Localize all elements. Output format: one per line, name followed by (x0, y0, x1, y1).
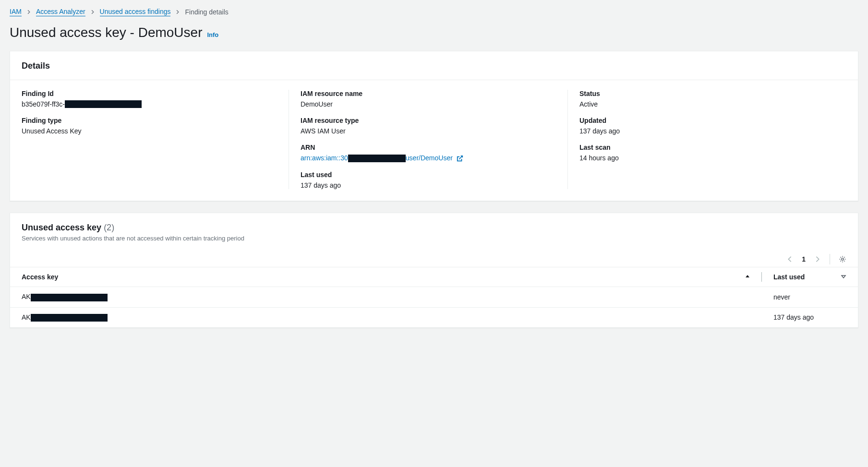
finding-type-label: Finding type (22, 117, 277, 124)
col-last-used[interactable]: Last used (762, 267, 858, 287)
sort-asc-icon (745, 273, 750, 281)
status-value: Active (579, 100, 835, 108)
finding-id-value: b35e079f-ff3c- (22, 100, 277, 108)
sort-icon (841, 273, 846, 281)
updated-value: 137 days ago (579, 127, 835, 135)
access-keys-count: (2) (104, 223, 114, 232)
chevron-right-icon (175, 8, 180, 16)
finding-id-label: Finding Id (22, 90, 277, 97)
last-scan-value: 14 hours ago (579, 154, 835, 162)
access-key-cell: AK (10, 287, 762, 307)
breadcrumb: IAM Access Analyzer Unused access findin… (10, 8, 858, 16)
access-keys-subtitle: Services with unused actions that are no… (22, 235, 846, 242)
breadcrumb-current: Finding details (185, 8, 228, 16)
redacted-block (31, 314, 108, 322)
prev-page-button[interactable] (784, 254, 795, 264)
details-heading: Details (22, 61, 846, 71)
arn-value: arn:aws:iam::30user/DemoUser (301, 154, 556, 162)
page-title: Unused access key - DemoUser Info (10, 25, 858, 40)
redacted-block (65, 100, 142, 108)
details-panel: Details Finding Id b35e079f-ff3c- Findin… (10, 51, 858, 201)
iam-resource-name-value: DemoUser (301, 100, 556, 108)
chevron-right-icon (26, 8, 31, 16)
external-link-icon[interactable] (457, 155, 463, 162)
redacted-block (348, 155, 406, 162)
status-label: Status (579, 90, 835, 97)
chevron-right-icon (90, 8, 95, 16)
info-link[interactable]: Info (207, 31, 218, 38)
access-keys-heading: Unused access key (2) (22, 223, 846, 233)
last-used-cell: 137 days ago (762, 307, 858, 327)
table-row: AK 137 days ago (10, 307, 858, 327)
access-keys-table: Access key Last used (10, 267, 858, 327)
updated-label: Updated (579, 117, 835, 124)
arn-label: ARN (301, 144, 556, 151)
toolbar-divider (830, 254, 830, 264)
iam-resource-type-label: IAM resource type (301, 117, 556, 124)
last-scan-label: Last scan (579, 144, 835, 151)
table-toolbar: 1 (10, 251, 858, 267)
svg-point-0 (842, 258, 844, 260)
redacted-block (31, 294, 108, 301)
iam-resource-name-label: IAM resource name (301, 90, 556, 97)
iam-resource-type-value: AWS IAM User (301, 127, 556, 135)
page-number: 1 (802, 255, 806, 263)
access-key-cell: AK (10, 307, 762, 327)
breadcrumb-link-access-analyzer[interactable]: Access Analyzer (36, 8, 85, 16)
last-used-value: 137 days ago (301, 181, 556, 189)
col-access-key[interactable]: Access key (10, 267, 762, 287)
access-keys-panel: Unused access key (2) Services with unus… (10, 213, 858, 328)
arn-link[interactable]: arn:aws:iam::30user/DemoUser (301, 154, 453, 162)
next-page-button[interactable] (812, 254, 823, 264)
breadcrumb-link-unused-access-findings[interactable]: Unused access findings (100, 8, 171, 16)
finding-type-value: Unused Access Key (22, 127, 277, 135)
preferences-button[interactable] (837, 253, 848, 265)
last-used-label: Last used (301, 171, 556, 179)
breadcrumb-link-iam[interactable]: IAM (10, 8, 22, 16)
last-used-cell: never (762, 287, 858, 307)
table-row: AK never (10, 287, 858, 307)
